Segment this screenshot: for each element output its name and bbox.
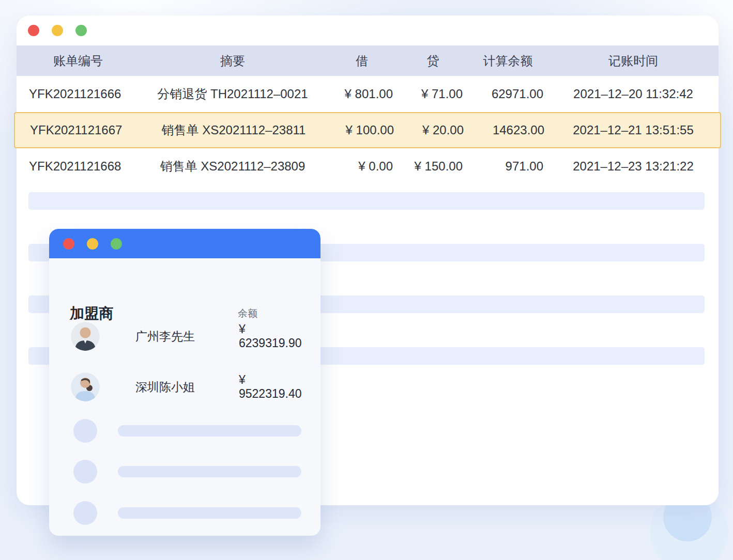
member-name: 深圳陈小姐 [135,379,195,395]
member-balance: ¥ 9522319.40 [239,373,310,401]
cell-time: 2021–12–23 13:21:22 [548,159,719,174]
female-portrait-avatar [71,372,100,401]
cell-credit: ¥ 71.00 [398,87,468,101]
column-header-credit: 贷 [398,53,468,69]
cell-bill-no: YFK2021121667 [18,123,141,137]
table-row[interactable]: YFK2021121667 销售单 XS2021112–23811 ¥ 100.… [14,112,721,148]
column-header-summary: 摘要 [140,53,326,69]
table-row[interactable]: YFK2021121666 分销退货 TH2021112–0021 ¥ 801.… [17,76,719,112]
minimize-icon[interactable] [87,238,98,250]
cell-summary: 销售单 XS2021112–23811 [141,122,327,138]
text-placeholder-bar [118,425,301,437]
cell-debit: ¥ 0.00 [326,159,398,174]
cell-time: 2021–12–20 11:32:42 [548,87,719,101]
cell-time: 2021–12–21 13:51:55 [549,123,717,137]
cell-credit: ¥ 150.00 [398,159,468,174]
cell-credit: ¥ 20.00 [399,123,469,137]
member-name: 广州李先生 [135,329,195,345]
member-balance: ¥ 6239319.90 [239,322,310,350]
close-icon[interactable] [28,25,39,36]
cell-bill-no: YFK2021121668 [17,159,140,174]
balance-column-label: 余额 [238,307,257,320]
franchisee-card: 加盟商 余额 广州李先生¥ 6239319.90深圳陈小姐¥ 9522319.4… [49,229,320,536]
table-row[interactable]: YFK2021121668 销售单 XS2021112–23809 ¥ 0.00… [17,148,719,184]
column-header-debit: 借 [326,53,398,69]
member-row[interactable]: 深圳陈小姐¥ 9522319.40 [70,372,310,402]
card-titlebar [49,229,320,258]
cell-debit: ¥ 100.00 [327,123,399,137]
close-icon[interactable] [63,238,74,250]
traffic-lights [63,238,122,250]
avatar-placeholder-circle [73,460,97,484]
zoom-icon[interactable] [111,238,122,250]
text-placeholder-bar [118,466,301,477]
male-portrait-avatar [71,322,100,351]
avatar-placeholder-circle [73,501,97,525]
column-header-balance: 计算余额 [468,53,548,69]
loading-row-placeholder [28,192,705,210]
card-title: 加盟商 [70,304,113,323]
text-placeholder-bar [118,507,301,519]
cell-summary: 销售单 XS2021112–23809 [140,158,326,175]
cell-balance: 62971.00 [468,87,548,101]
loading-member-placeholder [73,501,301,525]
table-body: YFK2021121666 分销退货 TH2021112–0021 ¥ 801.… [17,76,719,184]
loading-member-placeholder [73,460,301,484]
card-title-row: 加盟商 余额 [70,304,300,323]
column-header-time: 记账时间 [548,53,719,69]
traffic-lights [28,25,87,36]
cell-debit: ¥ 801.00 [326,87,398,101]
avatar-placeholder-circle [73,419,97,443]
cell-balance: 14623.00 [469,123,549,137]
table-header-row: 账单编号摘要借贷计算余额记账时间 [17,45,719,76]
card-body: 加盟商 余额 广州李先生¥ 6239319.90深圳陈小姐¥ 9522319.4… [49,258,320,536]
loading-member-placeholder [73,419,301,443]
cell-bill-no: YFK2021121666 [17,87,140,101]
cell-balance: 971.00 [468,159,548,174]
minimize-icon[interactable] [52,25,63,36]
window-titlebar [17,15,719,45]
column-header-bill-no: 账单编号 [17,53,140,69]
cell-summary: 分销退货 TH2021112–0021 [140,86,326,102]
member-row[interactable]: 广州李先生¥ 6239319.90 [70,321,310,351]
zoom-icon[interactable] [75,25,87,36]
